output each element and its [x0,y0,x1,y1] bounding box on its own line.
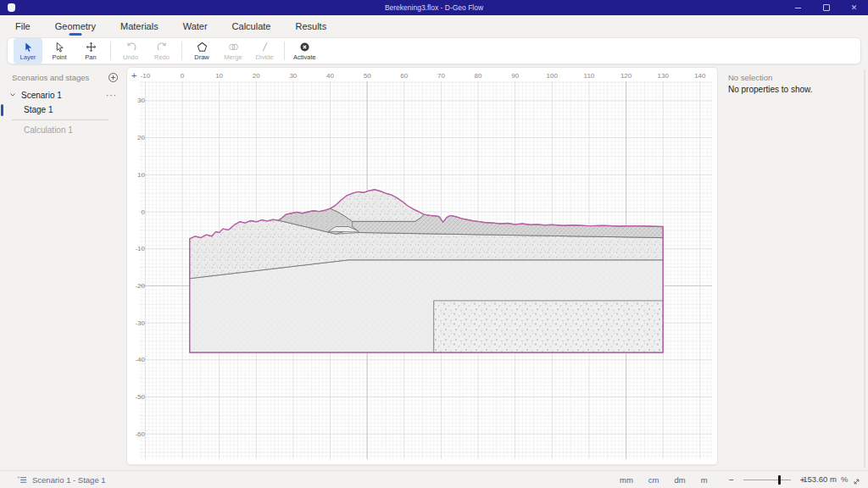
ruler-tick-label: -30 [135,319,145,327]
percent-toggle[interactable]: % [837,471,851,488]
status-context-label: Scenario 1 - Stage 1 [32,475,106,485]
ruler-tick-label: 130 [658,72,670,80]
toolbar-button-label: Layer [20,53,36,61]
scenarios-panel-title: Scenarios and stages [12,73,89,82]
zoom-slider-handle[interactable] [778,475,781,485]
ruler-tick-label: 0 [181,72,185,80]
status-bar: Scenario 1 - Stage 1 mmcmdmm − + 153.60 … [0,470,868,488]
sidebar-item-calculation-1[interactable]: Calculation 1 [24,125,73,135]
layer-button[interactable]: Layer [14,38,42,64]
close-icon: ✕ [851,3,858,12]
menu-geometry[interactable]: Geometry [48,18,103,35]
zoom-out-button[interactable]: − [725,475,738,485]
activate-button[interactable]: Activate [290,38,320,64]
pan-button[interactable]: Pan [76,38,105,64]
undo-icon [125,42,136,53]
ruler-tick-label: -20 [135,282,145,290]
add-scenario-button[interactable] [108,71,119,86]
ruler-tick-label: 100 [547,72,559,80]
origin-plus-marker: + [131,70,136,80]
pentagon-icon [197,42,208,53]
sidebar-item-stage-1[interactable]: Stage 1 [0,103,125,118]
toolbar: LayerPointPanUndoRedoDrawMergeDivideActi… [7,37,861,64]
status-context[interactable]: Scenario 1 - Stage 1 [17,471,106,488]
point-button[interactable]: Point [45,38,74,64]
cursor-outline-icon [54,42,65,53]
activate-icon [299,42,310,53]
merge-icon [228,42,239,53]
menu-file[interactable]: File [8,18,37,35]
toolbar-button-label: Point [52,53,66,61]
scenario-label: Scenario 1 [21,91,106,100]
maximize-button[interactable] [812,0,840,15]
stage-list-icon [17,474,28,485]
ruler-tick-label: 110 [584,72,595,80]
cursor-filled-icon [23,42,34,53]
menu-water[interactable]: Water [176,18,214,35]
properties-panel: No selection No properties to show. [719,66,868,471]
geometry-canvas[interactable]: -100102030405060708090100110120130140302… [126,67,718,465]
maximize-icon [823,4,830,11]
toolbar-button-label: Pan [85,53,96,61]
ruler-tick-label: 10 [215,72,223,80]
add-circle-icon [108,72,119,83]
properties-panel-title: No selection [728,73,772,82]
fit-arrows-icon [852,477,861,486]
zoom-control: − + [725,471,810,488]
toolbar-button-label: Undo [123,53,138,61]
toolbar-button-label: Merge [224,53,242,61]
merge-button: Merge [219,38,248,64]
divide-button: Divide [250,38,279,64]
toolbar-separator [181,42,182,60]
menu-bar: FileGeometryMaterialsWaterCalculateResul… [0,15,868,36]
scenarios-panel: Scenarios and stages Scenario 1 ··· Stag… [0,66,125,471]
ruler-tick-label: 70 [437,72,445,80]
minimize-button[interactable] [784,0,812,15]
scale-value: 153.60 m [802,471,837,488]
redo-button: Redo [147,38,176,64]
draw-button[interactable]: Draw [187,38,216,64]
scrollbar-track[interactable] [864,69,865,468]
region-deep-inset-block[interactable] [434,301,664,352]
ruler-tick-label: -50 [135,393,145,401]
sidebar-item-scenario-1[interactable]: Scenario 1 ··· [8,88,120,102]
selected-indicator [1,104,3,116]
ruler-tick-label: 140 [694,72,706,80]
minimize-icon [795,8,801,8]
ruler-tick-label: 90 [511,72,519,80]
ruler-tick-label: 40 [326,72,334,80]
unit-switcher: mmcmdmm [612,471,715,488]
properties-empty-message: No properties to show. [728,85,813,94]
toolbar-button-label: Redo [154,53,170,61]
fit-to-view-button[interactable] [852,474,861,488]
window-title: Berekening3.flox - D-Geo Flow [0,0,868,15]
unit-dm-button[interactable]: dm [667,475,693,485]
scenario-menu-button[interactable]: ··· [106,91,117,100]
undo-button: Undo [116,38,145,64]
ruler-tick-label: 10 [137,171,145,179]
ruler-tick-label: 60 [400,72,408,80]
ruler-tick-label: -40 [135,356,145,363]
toolbar-button-label: Divide [256,53,274,61]
unit-cm-button[interactable]: cm [641,475,667,485]
menu-calculate[interactable]: Calculate [225,18,278,35]
toolbar-separator [284,42,285,60]
ruler-tick-label: 20 [253,72,260,80]
title-bar: Berekening3.flox - D-Geo Flow ✕ [0,0,868,15]
divide-icon [259,42,270,53]
menu-results[interactable]: Results [288,18,333,35]
unit-m-button[interactable]: m [693,475,715,485]
toolbar-button-label: Activate [293,53,316,61]
pan-icon [86,42,97,53]
stage-label: Stage 1 [24,105,53,114]
zoom-slider[interactable] [743,480,791,480]
menu-materials[interactable]: Materials [114,18,165,35]
ruler-tick-label: 120 [620,72,632,80]
unit-mm-button[interactable]: mm [612,475,641,485]
redo-icon [157,42,168,53]
ruler-tick-label: 30 [137,97,145,104]
ruler-tick-label: -10 [135,245,145,252]
close-button[interactable]: ✕ [840,0,868,15]
ruler-tick-label: 20 [137,134,145,141]
ruler-tick-label: 0 [142,208,146,216]
